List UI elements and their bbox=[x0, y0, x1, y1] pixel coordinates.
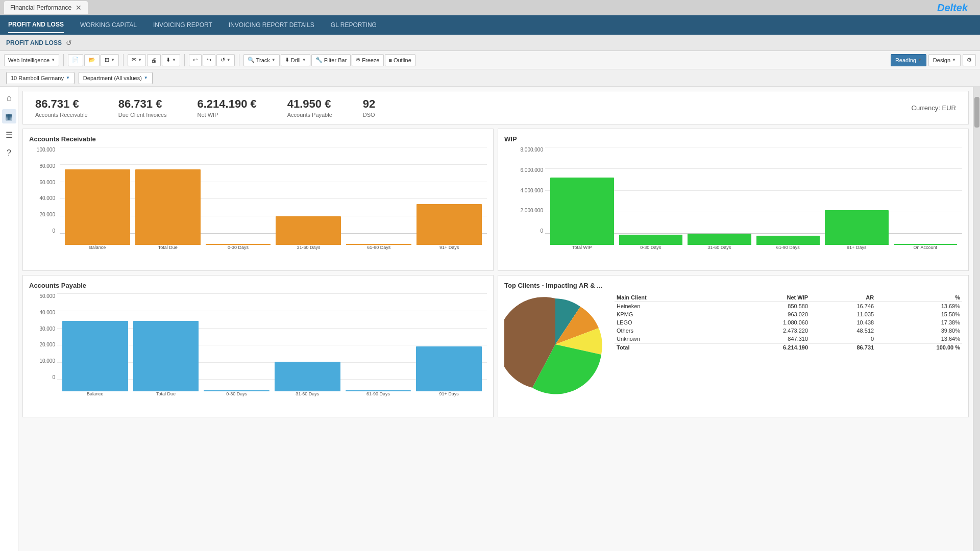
toolbar-file-group: 📄 📂 ⊞ ▼ bbox=[68, 54, 119, 66]
bar-ap-31-60 bbox=[275, 362, 340, 391]
ar-bar-labels: Balance Total Due 0-30 Days 31-60 Days 6… bbox=[60, 245, 487, 259]
new-button[interactable]: 📄 bbox=[68, 54, 83, 66]
ar-chart-title: Accounts Receivable bbox=[29, 135, 487, 143]
toolbar-separator-4 bbox=[239, 54, 239, 66]
tab-close-button[interactable]: ✕ bbox=[76, 4, 82, 12]
kpi-accounts-payable: 41.950 € Accounts Payable bbox=[287, 97, 332, 118]
kpi-wip-value: 6.214.190 € bbox=[198, 97, 257, 111]
chevron-down-icon: ▼ bbox=[918, 58, 922, 62]
reading-button[interactable]: Reading ▼ bbox=[891, 54, 926, 66]
send-icon: ✉ bbox=[132, 57, 136, 63]
web-intelligence-button[interactable]: Web Intelligence ▼ bbox=[4, 54, 59, 66]
settings-button[interactable]: ⚙ bbox=[963, 54, 976, 66]
chevron-down-icon: ▼ bbox=[51, 58, 55, 62]
department-filter[interactable]: Department (All values) ▼ bbox=[79, 72, 153, 84]
nav-working-capital[interactable]: WORKING CAPITAL bbox=[80, 17, 137, 33]
wip-bar-labels: Total WIP 0-30 Days 31-60 Days 61-90 Day… bbox=[545, 245, 962, 259]
ap-bar-labels: Balance Total Due 0-30 Days 31-60 Days 6… bbox=[57, 391, 487, 406]
ap-label-balance: Balance bbox=[62, 391, 128, 406]
col-header-ar: AR bbox=[810, 293, 876, 302]
toolbar: Web Intelligence ▼ 📄 📂 ⊞ ▼ ✉ ▼ 🖨 ⬇ ▼ ↩ ↪… bbox=[0, 51, 980, 69]
sidebar-table-icon[interactable]: ☰ bbox=[2, 128, 16, 142]
chevron-down-icon: ▼ bbox=[138, 58, 142, 62]
nav-gl-reporting[interactable]: GL REPORTING bbox=[331, 17, 377, 33]
bar-group-total-wip bbox=[550, 178, 614, 245]
filter-bar-button[interactable]: 🔧 Filter Bar bbox=[311, 54, 351, 66]
top-charts-grid: Accounts Receivable 100.000 80.000 60.00… bbox=[22, 129, 969, 271]
client-others: Others bbox=[615, 327, 720, 335]
kpi-dso: 92 DSO bbox=[363, 97, 375, 118]
send-button[interactable]: ✉ ▼ bbox=[128, 54, 146, 66]
browser-tab-bar: Financial Performance ✕ Deltek bbox=[0, 0, 980, 15]
pct-heineken: 13.69% bbox=[876, 302, 962, 311]
chevron-down-icon: ▼ bbox=[111, 58, 115, 62]
right-scrollbar[interactable] bbox=[973, 87, 980, 551]
undo-button[interactable]: ↩ bbox=[189, 54, 202, 66]
scrollbar-thumb[interactable] bbox=[974, 97, 979, 128]
outline-button[interactable]: ≡ Outline bbox=[385, 54, 415, 66]
kpi-row: 86.731 € Accounts Receivable 86.731 € Du… bbox=[22, 91, 969, 124]
print-button[interactable]: 🖨 bbox=[147, 54, 161, 66]
pdf-button[interactable]: ⬇ ▼ bbox=[162, 54, 180, 66]
bar-wip-0-30 bbox=[619, 235, 683, 245]
department-filter-value: Department (All values) bbox=[83, 75, 142, 81]
ar-bar-chart: 100.000 80.000 60.000 40.000 20.000 0 bbox=[29, 147, 487, 264]
refresh-icon: ↺ bbox=[220, 57, 225, 63]
nav-profit-loss[interactable]: PROFIT AND LOSS bbox=[8, 17, 64, 33]
table-row-total: Total 6.214.190 86.731 100.00 % bbox=[615, 343, 962, 352]
table-row: Others 2.473.220 48.512 39.80% bbox=[615, 327, 962, 335]
wip-chart-card: WIP 8.000.000 6.000.000 4.000.000 2.000.… bbox=[498, 129, 969, 271]
kpi-due-client-invoices: 86.731 € Due Client Invoices bbox=[118, 97, 167, 118]
bar-ap-total-due bbox=[133, 321, 199, 391]
bar-group-wip-0-30 bbox=[619, 235, 683, 245]
bar-label-balance: Balance bbox=[65, 245, 130, 259]
toolbar-right-group: Reading ▼ Design ▼ ⚙ bbox=[891, 54, 976, 66]
kpi-dso-value: 92 bbox=[363, 97, 375, 111]
bar-group-ap-balance bbox=[62, 321, 128, 391]
open-button[interactable]: 📂 bbox=[84, 54, 100, 66]
currency-label: Currency: EUR bbox=[912, 104, 956, 112]
client-heineken: Heineken bbox=[615, 302, 720, 311]
kpi-net-wip: 6.214.190 € Net WIP bbox=[198, 97, 257, 118]
design-label: Design bbox=[933, 57, 950, 63]
total-pct: 100.00 % bbox=[876, 343, 962, 352]
toolbar-separator-3 bbox=[184, 54, 185, 66]
wip-chart-title: WIP bbox=[504, 135, 962, 143]
nav-invoicing-report-details[interactable]: INVOICING REPORT DETAILS bbox=[229, 17, 314, 33]
toolbar-separator-1 bbox=[63, 54, 64, 66]
bar-wip-31-60 bbox=[688, 234, 751, 245]
client-unknown: Unknown bbox=[615, 335, 720, 343]
chevron-down-icon: ▼ bbox=[272, 58, 276, 62]
nav-invoicing-report[interactable]: INVOICING REPORT bbox=[153, 17, 212, 33]
wip-label-61-90: 61-90 Days bbox=[756, 245, 820, 259]
bar-group-total-due bbox=[135, 169, 201, 245]
sidebar-help-icon[interactable]: ? bbox=[2, 146, 16, 160]
bar-group-91-plus bbox=[416, 204, 482, 245]
freeze-icon: ❄ bbox=[356, 57, 360, 63]
browser-tab[interactable]: Financial Performance ✕ bbox=[4, 1, 88, 14]
toolbar-view-group: 🔍 Track ▼ ⬇ Drill ▼ 🔧 Filter Bar ❄ Freez… bbox=[243, 54, 415, 66]
refresh-data-button[interactable]: ↺ ▼ bbox=[216, 54, 235, 66]
company-filter[interactable]: 10 Ramboll Germany ▼ bbox=[6, 72, 75, 84]
pdf-icon: ⬇ bbox=[166, 57, 170, 63]
table-row: LEGO 1.080.060 10.438 17.38% bbox=[615, 318, 962, 327]
track-button[interactable]: 🔍 Track ▼ bbox=[243, 54, 280, 66]
drill-button[interactable]: ⬇ Drill ▼ bbox=[281, 54, 310, 66]
reading-label: Reading bbox=[895, 57, 916, 63]
design-button[interactable]: Design ▼ bbox=[928, 54, 961, 66]
top-clients-title: Top Clients - Impacting AR & ... bbox=[504, 282, 962, 289]
view-button[interactable]: ⊞ ▼ bbox=[101, 54, 119, 66]
col-header-pct: % bbox=[876, 293, 962, 302]
chevron-down-icon: ▼ bbox=[952, 58, 956, 62]
redo-button[interactable]: ↪ bbox=[203, 54, 215, 66]
wip-bar-chart: 8.000.000 6.000.000 4.000.000 2.000.000 … bbox=[504, 147, 962, 264]
client-kpmg: KPMG bbox=[615, 310, 720, 318]
refresh-button[interactable]: ↺ bbox=[66, 39, 72, 47]
sidebar-home-icon[interactable]: ⌂ bbox=[2, 91, 16, 105]
wip-kpmg: 963.020 bbox=[720, 310, 810, 318]
ar-heineken: 16.746 bbox=[810, 302, 876, 311]
bar-group-wip-61-90 bbox=[756, 236, 820, 245]
sidebar-chart-icon[interactable]: ▦ bbox=[2, 109, 16, 123]
freeze-button[interactable]: ❄ Freeze bbox=[352, 54, 383, 66]
ap-label-0-30: 0-30 Days bbox=[204, 391, 270, 406]
